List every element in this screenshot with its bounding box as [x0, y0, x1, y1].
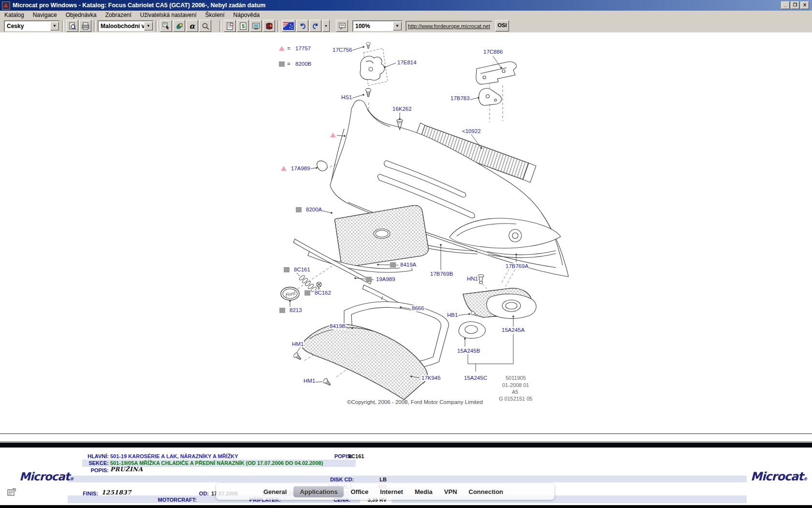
toolbar-separator — [156, 20, 158, 32]
hlavni-label: HLAVNÍ: — [70, 453, 109, 459]
alpha-index-button[interactable]: α — [186, 20, 198, 32]
diagram-canvas — [0, 32, 812, 434]
finis-label: FINIS: — [59, 491, 98, 496]
popis2-label: POPIS: — [70, 467, 109, 473]
order-list-button[interactable] — [224, 20, 236, 32]
toolbar-separator — [94, 20, 96, 32]
stripe-band — [68, 476, 747, 482]
select-pointer-button[interactable] — [160, 20, 172, 32]
chevron-down-icon[interactable]: ▼ — [50, 22, 59, 30]
microcat-logo-left: Microcat® — [19, 470, 74, 483]
hlavni-value: 501-19 KAROSÉRIE A LAK, NÁRAZNÍKY A MŘÍŽ… — [110, 453, 238, 459]
print-button[interactable] — [79, 20, 91, 32]
title-bar: Microcat pro Windows - Katalog: Focus Ca… — [0, 0, 812, 11]
menu-item-n-pov-da[interactable]: Nápověda — [229, 11, 264, 19]
overlay-menu-item-general[interactable]: General — [258, 488, 292, 495]
notes-button[interactable] — [336, 20, 348, 32]
handbook-button[interactable] — [263, 20, 275, 32]
overlay-menu-item-connection[interactable]: Connection — [463, 488, 509, 495]
panel-separator-line — [0, 442, 812, 442]
disk-cd-label: DISK CD: — [315, 477, 354, 482]
overlay-menu-item-applications[interactable]: Applications — [293, 486, 344, 497]
overlay-menu-item-office[interactable]: Office — [345, 488, 374, 495]
redo-button[interactable] — [309, 20, 321, 32]
menu-item-katalog[interactable]: Katalog — [0, 11, 29, 19]
window-title: Microcat pro Windows - Katalog: Focus Ca… — [13, 2, 265, 9]
menu-item-objedn-vka[interactable]: Objednávka — [61, 11, 101, 19]
microcat-logo-right: Microcat® — [751, 470, 808, 483]
chevron-down-icon[interactable]: ▼ — [393, 22, 402, 30]
market-flag-button[interactable] — [282, 20, 295, 32]
clipboard-icon[interactable] — [7, 488, 16, 497]
menu-item--kolen-[interactable]: Školení — [201, 11, 229, 19]
toolbar-separator — [62, 20, 64, 32]
price-type-combobox[interactable]: Maloobchodní ví ▼ — [98, 20, 154, 32]
sekce-label: SEKCE: — [70, 460, 109, 466]
redo-dropdown-icon[interactable]: ▼ — [322, 20, 330, 32]
overlay-menu-item-media[interactable]: Media — [409, 488, 438, 495]
toolbar-separator — [219, 20, 221, 32]
chevron-down-icon[interactable]: ▼ — [144, 22, 153, 30]
quick-launch-overlay-menu: GeneralApplicationsOfficeInternetMediaVP… — [216, 483, 554, 500]
menu-item-navigace[interactable]: Navigace — [29, 11, 61, 19]
osi-button[interactable]: OSI — [495, 20, 509, 31]
overlay-menu-item-vpn[interactable]: VPN — [438, 488, 463, 495]
diagram-copyright: ©Copyright, 2006 - 2008, Ford Motor Comp… — [347, 399, 483, 405]
menu-item-u-ivatelsk-nastaven-[interactable]: Uživatelská nastavení — [136, 11, 201, 19]
app-icon — [2, 1, 10, 10]
popis-label: POPIS: — [314, 453, 352, 459]
toolbar-separator — [277, 20, 279, 32]
svg-text:$: $ — [241, 23, 244, 29]
catalog-url-field[interactable]: http://www.fordeurope.microcat.net — [406, 21, 493, 31]
parts-drop-icon-button[interactable] — [173, 20, 185, 32]
print-preview-button[interactable] — [66, 20, 78, 32]
search-icon[interactable] — [199, 20, 211, 32]
price-document-button[interactable]: $ — [237, 20, 249, 32]
menu-bar: KatalogNavigaceObjednávkaZobrazeníUživat… — [0, 11, 812, 20]
finis-value: 1251837 — [102, 490, 131, 495]
maximize-button[interactable]: ❐ — [791, 1, 799, 9]
minimize-button[interactable]: _ — [781, 1, 790, 9]
language-combobox[interactable]: Cesky ▼ — [4, 20, 60, 32]
popis-part-code: 8C161 — [348, 453, 387, 459]
zoom-combobox[interactable]: 100% ▼ — [352, 20, 403, 32]
toolbar: Cesky ▼ Maloobchodní ví ▼ α $ — [0, 19, 812, 33]
panel-separator-bar — [0, 443, 812, 448]
sekce-value: 501-19/05A MŘÍŽKA CHLADIČE A PŘEDNÍ NÁRA… — [110, 460, 323, 466]
monitor-button[interactable] — [250, 20, 262, 32]
motorcraft-label: MOTORCRAFT: — [148, 497, 197, 503]
menu-item-zobrazen-[interactable]: Zobrazení — [101, 11, 136, 19]
bottom-edge-bar — [0, 505, 812, 508]
popis2-value: PRUŽINA — [110, 466, 143, 472]
overlay-menu-item-internet[interactable]: Internet — [374, 488, 409, 495]
close-button[interactable]: X — [800, 1, 809, 9]
undo-button[interactable] — [296, 20, 308, 32]
od-label: OD: — [180, 491, 209, 496]
disk-cd-value: LB — [358, 477, 387, 482]
